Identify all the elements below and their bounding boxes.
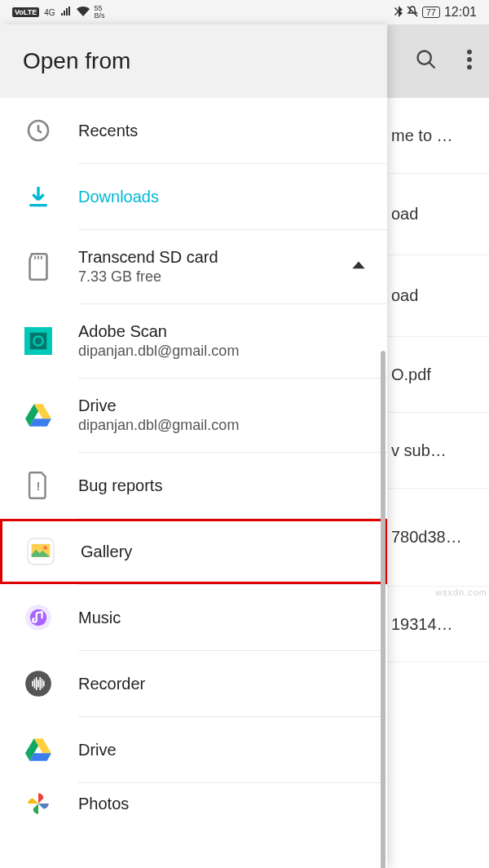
drawer-item-label: Drive [78,396,371,415]
svg-text:!: ! [37,480,41,493]
drawer-item-adobescan[interactable]: Adobe Scan dipanjan.dbl@gmail.com [0,304,387,378]
music-icon [23,602,54,633]
gallery-icon [25,536,56,567]
watermark: wsxdn.com [435,587,487,597]
drawer-item-downloads[interactable]: Downloads [0,164,387,229]
google-drive-icon [23,400,54,431]
network-speed: 55 B/s [95,5,105,20]
clock-icon [23,115,54,146]
google-photos-icon [23,788,54,819]
drawer-item-label: Photos [78,795,371,813]
drawer-item-label: Recents [78,122,371,140]
drawer-item-label: Recorder [78,675,371,693]
drawer-item-recorder[interactable]: Recorder [0,651,387,716]
drawer-item-label: Transcend SD card [78,248,346,267]
svg-line-1 [430,63,435,69]
scrollbar[interactable] [381,351,385,868]
drawer-item-label: Downloads [78,188,371,206]
drawer-item-bugreports[interactable]: ! Bug reports [0,453,387,518]
recorder-icon [23,668,54,699]
svg-point-3 [467,57,472,62]
battery-indicator: 77 [422,7,440,18]
drawer-item-sublabel: dipanjan.dbl@gmail.com [78,343,371,360]
drawer-item-drive-account[interactable]: Drive dipanjan.dbl@gmail.com [0,379,387,452]
network-type: 4G [44,8,55,17]
drawer-item-recents[interactable]: Recents [0,98,387,163]
drawer-item-label: Music [78,609,371,627]
open-from-drawer: Open from Recents Downloads Transcend SD… [0,24,387,868]
drawer-item-music[interactable]: Music [0,585,387,650]
wifi-icon [77,6,90,19]
google-drive-icon [23,734,54,765]
drawer-item-sublabel: 7.33 GB free [78,268,346,286]
signal-icon [60,6,72,19]
status-right: 77 12:01 [394,5,477,20]
bug-report-icon: ! [23,470,54,501]
svg-point-4 [467,64,472,69]
download-icon [23,181,54,212]
clock: 12:01 [444,5,477,20]
adobe-scan-icon [23,326,54,356]
status-left: VoLTE 4G 55 B/s [12,5,105,20]
drawer-title: Open from [0,24,387,98]
svg-point-12 [43,546,47,550]
drawer-item-gallery[interactable]: Gallery [0,519,387,584]
svg-point-2 [467,50,472,55]
drawer-item-drive[interactable]: Drive [0,717,387,782]
eject-icon[interactable] [346,258,371,276]
svg-point-0 [418,51,431,64]
volte-badge: VoLTE [12,7,39,17]
svg-rect-7 [30,333,46,349]
drawer-item-label: Gallery [81,542,368,561]
mute-icon [407,6,418,20]
drawer-item-sublabel: dipanjan.dbl@gmail.com [78,417,371,434]
drawer-item-photos[interactable]: Photos [0,783,387,824]
drawer-list: Recents Downloads Transcend SD card 7.33… [0,98,387,868]
status-bar: VoLTE 4G 55 B/s 77 12:01 [0,0,489,24]
drawer-item-label: Drive [78,741,371,760]
sd-card-icon [23,251,54,282]
drawer-item-sdcard[interactable]: Transcend SD card 7.33 GB free [0,230,387,303]
drawer-item-label: Bug reports [78,476,371,495]
drawer-item-label: Adobe Scan [78,322,371,341]
search-icon[interactable] [415,48,438,74]
overflow-menu-icon[interactable] [466,48,473,74]
bluetooth-icon [394,6,403,20]
